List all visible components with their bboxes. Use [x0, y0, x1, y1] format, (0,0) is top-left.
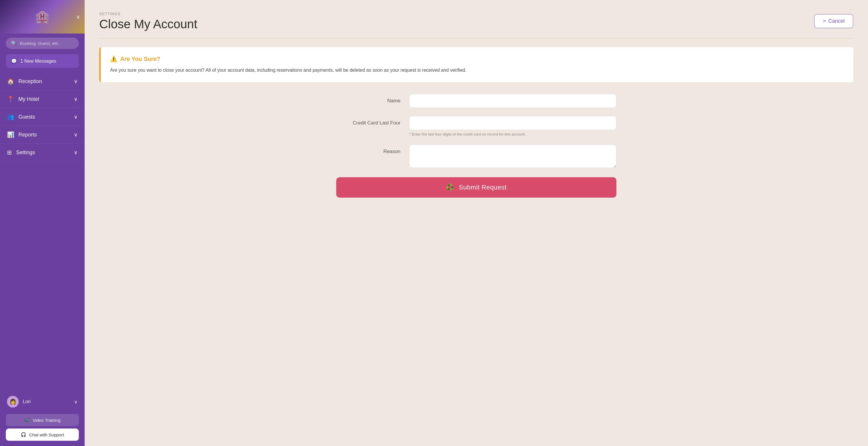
hotel-chevron-icon: ∨ [76, 14, 80, 20]
cancel-chevron-icon: > [823, 18, 826, 24]
video-training-label: Video Training [33, 418, 61, 423]
new-messages-button[interactable]: 💬 1 New Messages [6, 54, 79, 68]
settings-icon: ⊞ [7, 149, 12, 156]
reception-icon: 🏠 [7, 78, 14, 85]
warning-title: ⚠️ Are You Sure? [110, 56, 844, 62]
name-input-wrap [409, 94, 616, 108]
avatar-emoji: 👩 [10, 399, 16, 405]
submit-label: Submit Request [459, 184, 507, 191]
submit-request-button[interactable]: ♻️ Submit Request [336, 177, 616, 198]
close-account-form: Name Credit Card Last Four * Enter the l… [336, 94, 616, 198]
sidebar-item-reception[interactable]: 🏠 Reception ∨ [0, 73, 85, 90]
warning-body-text: Are you sure you want to close your acco… [110, 66, 844, 74]
sidebar-item-guests[interactable]: 👥 Guests ∨ [0, 108, 85, 126]
page-header-left: SETTINGS Close My Account [99, 12, 197, 31]
sidebar-item-settings[interactable]: ⊞ Settings ∨ [0, 144, 85, 162]
reports-chevron-icon: ∨ [74, 132, 78, 138]
main-content: SETTINGS Close My Account > Cancel ⚠️ Ar… [85, 0, 868, 446]
sidebar-item-reports-label: Reports [19, 132, 37, 138]
page-title: Close My Account [99, 17, 197, 31]
page-header: SETTINGS Close My Account > Cancel [99, 12, 854, 38]
headset-icon: 🎧 [21, 432, 26, 437]
my-hotel-icon: 📍 [7, 96, 14, 103]
reason-row: Reason [336, 145, 616, 169]
messages-label: 1 New Messages [21, 59, 56, 64]
my-hotel-chevron-icon: ∨ [74, 96, 78, 102]
nav-menu: 🏠 Reception ∨ 📍 My Hotel ∨ 👥 Guests ∨ 📊 … [0, 73, 85, 392]
cc-label: Credit Card Last Four [336, 116, 400, 126]
search-input[interactable] [20, 41, 73, 46]
user-name: Lori [23, 399, 31, 404]
video-icon: 📹 [24, 417, 30, 423]
sidebar-item-reports[interactable]: 📊 Reports ∨ [0, 126, 85, 144]
guests-icon: 👥 [7, 113, 14, 121]
recycle-icon: ♻️ [446, 184, 454, 191]
sidebar-item-my-hotel-label: My Hotel [19, 96, 39, 102]
search-bar[interactable]: 🔍 [6, 38, 79, 49]
user-menu[interactable]: 👩 Lori ∨ [0, 392, 85, 412]
avatar: 👩 [7, 396, 19, 408]
reason-label: Reason [336, 145, 400, 155]
sidebar-item-reception-label: Reception [19, 78, 42, 84]
sidebar-item-my-hotel[interactable]: 📍 My Hotel ∨ [0, 90, 85, 108]
name-row: Name [336, 94, 616, 108]
chat-support-button[interactable]: 🎧 Chat with Support [6, 428, 79, 441]
sidebar: 🏨 ∨ 🔍 💬 1 New Messages 🏠 Reception ∨ 📍 M… [0, 0, 85, 446]
sidebar-item-settings-label: Settings [16, 149, 35, 156]
settings-breadcrumb: SETTINGS [99, 12, 197, 16]
reception-chevron-icon: ∨ [74, 78, 78, 84]
warning-icon: ⚠️ [110, 56, 117, 62]
warning-title-text: Are You Sure? [120, 56, 160, 62]
reason-input-wrap [409, 145, 616, 169]
settings-chevron-icon: ∨ [74, 149, 78, 156]
user-chevron-icon: ∨ [74, 399, 78, 405]
cc-input-wrap: * Enter the last four digits of the cred… [409, 116, 616, 136]
hotel-image-container[interactable]: 🏨 ∨ [0, 0, 85, 34]
cc-row: Credit Card Last Four * Enter the last f… [336, 116, 616, 136]
cancel-label: Cancel [828, 18, 845, 24]
guests-chevron-icon: ∨ [74, 114, 78, 120]
cancel-button[interactable]: > Cancel [814, 14, 854, 28]
video-training-button[interactable]: 📹 Video Training [6, 414, 79, 426]
search-icon: 🔍 [11, 40, 17, 46]
sidebar-item-guests-label: Guests [19, 114, 35, 120]
cc-hint-text: * Enter the last four digits of the cred… [409, 132, 616, 136]
reason-textarea[interactable] [409, 145, 616, 168]
reports-icon: 📊 [7, 131, 14, 138]
message-icon: 💬 [11, 58, 17, 64]
cc-last-four-input[interactable] [409, 116, 616, 130]
name-input[interactable] [409, 94, 616, 108]
sidebar-bottom: 👩 Lori ∨ 📹 Video Training 🎧 Chat with Su… [0, 392, 85, 446]
hotel-image: 🏨 [0, 0, 85, 34]
warning-box: ⚠️ Are You Sure? Are you sure you want t… [99, 47, 854, 82]
chat-support-label: Chat with Support [29, 432, 64, 437]
name-label: Name [336, 94, 400, 104]
